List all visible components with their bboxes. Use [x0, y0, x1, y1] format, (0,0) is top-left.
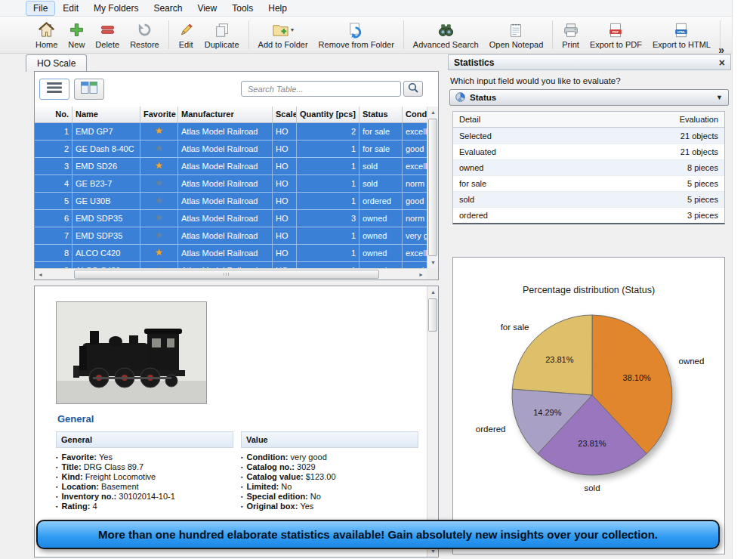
- table-horizontal-scrollbar[interactable]: ◄ ►: [35, 268, 427, 280]
- cell-favorite: ★: [140, 175, 178, 192]
- column-header-quantitypcs[interactable]: Quantity [pcs]: [297, 107, 359, 122]
- table-row[interactable]: 8ALCO C420★Atlas Model RailroadHO1ownede…: [35, 245, 427, 262]
- cards-view-button[interactable]: [74, 79, 104, 100]
- menu-item-my-folders[interactable]: My Folders: [86, 1, 146, 16]
- cell-no: 3: [35, 158, 73, 174]
- scrollbar-thumb[interactable]: [428, 298, 437, 332]
- toolbar-separator: [403, 20, 404, 49]
- stats-detail: sold: [459, 195, 474, 204]
- statistics-table: Detail Evaluation Selected21 objectsEval…: [452, 111, 725, 224]
- cell-condition: good: [403, 193, 427, 209]
- promo-banner[interactable]: More than one hundred elaborate statisti…: [36, 520, 720, 549]
- column-header-status[interactable]: Status: [359, 107, 403, 122]
- toolbar-button-delete[interactable]: Delete: [90, 18, 125, 51]
- close-icon[interactable]: ×: [719, 57, 725, 68]
- field-value: 3029: [297, 462, 315, 471]
- table-row[interactable]: 3EMD SD26★Atlas Model RailroadHO1soldexc…: [35, 158, 427, 175]
- toolbar-button-open-notepad[interactable]: Open Notepad: [484, 18, 549, 51]
- statistics-question: Which input field would you like to eval…: [450, 76, 621, 85]
- cell-condition: excell: [403, 158, 427, 174]
- cell-quantity: 1: [297, 227, 359, 244]
- scrollbar-thumb[interactable]: [74, 270, 379, 279]
- menu-item-tools[interactable]: Tools: [224, 1, 261, 16]
- application-window: FileEditMy FoldersSearchViewToolsHelp Ho…: [0, 0, 733, 559]
- detail-field: ▪Condition: very good: [241, 452, 418, 462]
- toolbar-button-remove-from-folder[interactable]: Remove from Folder: [313, 18, 400, 51]
- collection-table-panel: No.NameFavoriteManufacturerScaleQuantity…: [34, 71, 439, 280]
- field-label: Location:: [61, 482, 101, 491]
- cell-manufacturer: Atlas Model Railroad: [178, 245, 273, 261]
- toolbar-label: Export to PDF: [590, 40, 642, 49]
- scroll-up-arrow-icon[interactable]: ▲: [427, 107, 439, 118]
- column-header-favorite[interactable]: Favorite: [140, 107, 178, 122]
- scrollbar-thumb[interactable]: [428, 119, 437, 256]
- toolbar-button-add-to-folder[interactable]: ▾ Add to Folder: [253, 18, 313, 51]
- toolbar-button-duplicate[interactable]: Duplicate: [199, 18, 245, 51]
- table-row[interactable]: 6EMD SDP35★Atlas Model RailroadHO3ownedn…: [35, 210, 427, 227]
- column-header-no[interactable]: No.: [35, 107, 73, 122]
- column-header-scale[interactable]: Scale: [273, 107, 297, 122]
- bullet-icon: ▪: [241, 484, 242, 490]
- pie-percent-label: 14.29%: [533, 408, 562, 417]
- table-row[interactable]: 7EMD SDP35★Atlas Model RailroadHO1ownedv…: [35, 227, 427, 245]
- chevron-down-icon[interactable]: ▾: [291, 26, 294, 33]
- cell-favorite: ★: [140, 141, 178, 157]
- chart-container: Percentage distribution (Status) 38.10%o…: [452, 257, 725, 554]
- scroll-right-arrow-icon[interactable]: ►: [415, 269, 427, 280]
- bullet-icon: ▪: [56, 474, 57, 480]
- toolbar-button-export-pdf[interactable]: PDF Export to PDF: [585, 18, 647, 51]
- cell-quantity: 3: [297, 210, 359, 227]
- detail-vertical-scrollbar[interactable]: ▲ ▼: [427, 286, 438, 557]
- menu-item-file[interactable]: File: [26, 1, 55, 16]
- toolbar-button-advanced-search[interactable]: Advanced Search: [408, 18, 484, 51]
- scroll-left-arrow-icon[interactable]: ◄: [35, 269, 46, 280]
- table-row[interactable]: 2GE Dash 8-40C★Atlas Model RailroadHO1fo…: [35, 141, 427, 158]
- toolbar-label: Restore: [130, 40, 159, 49]
- stats-evaluation: 21 objects: [680, 147, 718, 156]
- table-row[interactable]: 1EMD GP7★Atlas Model RailroadHO2for sale…: [35, 123, 427, 141]
- cell-scale: HO: [273, 158, 297, 174]
- table-row[interactable]: 5GE U30B★Atlas Model RailroadHO1orderedg…: [35, 193, 427, 210]
- cell-scale: HO: [273, 141, 297, 157]
- cell-condition: excell: [403, 245, 427, 261]
- cell-quantity: 2: [297, 123, 359, 140]
- table-vertical-scrollbar[interactable]: ▲ ▼: [427, 107, 438, 268]
- menu-item-view[interactable]: View: [190, 1, 224, 16]
- scroll-up-arrow-icon[interactable]: ▲: [427, 286, 439, 298]
- menu-item-edit[interactable]: Edit: [55, 1, 86, 16]
- search-button[interactable]: [403, 81, 423, 97]
- cell-status: owned: [359, 227, 403, 244]
- svg-text:PDF: PDF: [613, 29, 619, 33]
- column-header-name[interactable]: Name: [73, 107, 140, 122]
- toolbar-button-restore[interactable]: Restore: [125, 18, 165, 51]
- column-header-cond[interactable]: Cond: [403, 107, 427, 122]
- scroll-down-arrow-icon[interactable]: ▼: [427, 257, 439, 268]
- cell-manufacturer: Atlas Model Railroad: [178, 210, 273, 227]
- statistics-field-dropdown[interactable]: Status ▼: [449, 89, 729, 106]
- menu-bar: FileEditMy FoldersSearchViewToolsHelp: [0, 0, 732, 17]
- statistics-table-header: Detail Evaluation: [453, 112, 724, 128]
- cell-quantity: 1: [297, 158, 359, 174]
- toolbar-button-edit[interactable]: Edit: [173, 18, 199, 51]
- toolbar-button-new[interactable]: New: [63, 18, 90, 51]
- tab-ho-scale[interactable]: HO Scale: [26, 54, 87, 72]
- menu-item-search[interactable]: Search: [146, 1, 190, 16]
- list-view-button[interactable]: [39, 79, 69, 100]
- menu-item-help[interactable]: Help: [261, 1, 295, 16]
- table-row[interactable]: 4GE B23-7★Atlas Model RailroadHO1soldnor…: [35, 175, 427, 193]
- cell-name: EMD SD26: [73, 158, 140, 174]
- pie-percent-label: 38.10%: [623, 373, 652, 382]
- cell-favorite: ★: [140, 245, 178, 261]
- field-value: DRG Class 89.7: [84, 462, 143, 471]
- table-row[interactable]: 9ALCO C420★Atlas Model RailroadHO1ownedg…: [35, 262, 427, 268]
- search-input[interactable]: [241, 81, 401, 97]
- toolbar-button-print[interactable]: Print: [557, 18, 585, 51]
- favorite-star-icon: ★: [155, 212, 163, 223]
- toolbar-button-export-html[interactable]: HTML Export to HTML: [647, 18, 716, 51]
- toolbar-button-home[interactable]: Home: [30, 18, 63, 51]
- stats-evaluation: 5 pieces: [687, 179, 718, 188]
- cell-scale: HO: [273, 227, 297, 244]
- cell-condition: very g: [403, 227, 427, 244]
- search-icon: [408, 82, 418, 96]
- column-header-manufacturer[interactable]: Manufacturer: [178, 107, 273, 122]
